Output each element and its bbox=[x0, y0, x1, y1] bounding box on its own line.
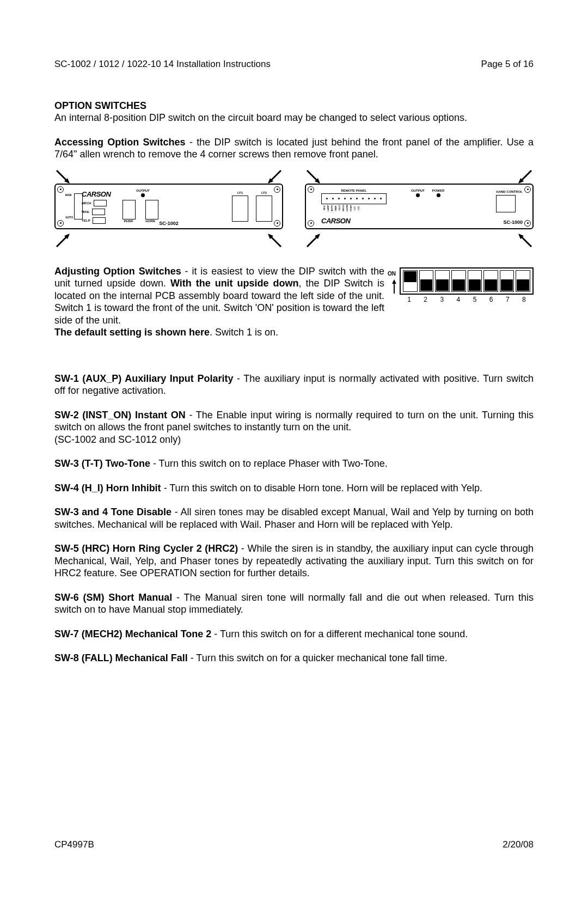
dip-numbers: 12345678 bbox=[400, 296, 534, 303]
adjust-bold2: With the unit upside down bbox=[170, 278, 299, 289]
label-horn: HORN bbox=[144, 219, 156, 223]
label-lt1: LT1 bbox=[232, 191, 248, 194]
pin-label: YELP bbox=[339, 205, 341, 211]
sw3-text: - Turn this switch on to replace Phaser … bbox=[150, 458, 388, 469]
sw4-label: SW-4 (H_I) Horn Inhibit bbox=[54, 483, 161, 493]
dip-slot bbox=[468, 270, 482, 292]
model-label: SC-1002 bbox=[159, 221, 179, 226]
default-label: The default setting is shown here bbox=[54, 327, 210, 338]
dip-slot bbox=[500, 270, 514, 292]
power-led bbox=[437, 193, 440, 197]
dip-number: 7 bbox=[500, 296, 515, 303]
sw3: SW-3 (T-T) Two-Tone - Turn this switch o… bbox=[54, 457, 534, 470]
sw5: SW-5 (HRC) Horn Ring Cycler 2 (HRC2) - W… bbox=[54, 542, 534, 579]
svg-marker-17 bbox=[392, 279, 396, 284]
label-hand-control: HAND CONTROL bbox=[496, 190, 523, 193]
panel-sc-1000: REMOTE PANEL NEGLAMPAUTOMANYELPMECHHORNP… bbox=[305, 184, 534, 229]
screw-icon bbox=[274, 186, 280, 193]
arrow-icon bbox=[54, 230, 73, 249]
label-phsr: PHSR bbox=[122, 219, 134, 223]
pin-label: LT1 bbox=[354, 205, 356, 211]
label-power: POWER bbox=[432, 189, 445, 192]
dip-slot bbox=[483, 270, 498, 292]
dip-slot bbox=[403, 270, 418, 292]
pin-label: AUTO bbox=[331, 205, 333, 211]
screw-icon bbox=[308, 220, 314, 227]
rocker bbox=[94, 200, 107, 206]
pin-labels: NEGLAMPAUTOMANYELPMECHHORNPHSRLT1LT2 bbox=[321, 205, 387, 211]
arrow-icon bbox=[265, 230, 283, 249]
dip-slot bbox=[451, 270, 466, 292]
sw7: SW-7 (MECH2) Mechanical Tone 2 - Turn th… bbox=[54, 628, 534, 640]
adjusting-text: Adjusting Option Switches - it is easies… bbox=[54, 265, 384, 339]
carson-logo: CARSON bbox=[321, 217, 350, 225]
sw8-label: SW-8 (FALL) Mechanical Fall bbox=[54, 652, 188, 663]
carson-logo: CARSON bbox=[82, 190, 111, 198]
dip-slot bbox=[516, 270, 530, 292]
output-led bbox=[416, 193, 420, 197]
screw-icon bbox=[524, 186, 531, 193]
dip-number: 8 bbox=[517, 296, 531, 303]
arrow-up-icon bbox=[390, 278, 399, 295]
pin-label: LT2 bbox=[358, 205, 360, 211]
dip-number: 2 bbox=[418, 296, 433, 303]
panel-sc-1002: MAN AUTO CARSON MECH WAIL YELP bbox=[54, 184, 283, 229]
pin-label: LAMP bbox=[327, 205, 329, 211]
pin-label: MAN bbox=[335, 205, 337, 211]
screw-icon bbox=[308, 186, 314, 193]
pin-label: NEG bbox=[323, 205, 326, 211]
default-rest: . Switch 1 is on. bbox=[210, 327, 278, 338]
arrow-icon bbox=[305, 230, 323, 249]
sw2-label: SW-2 (INST_ON) Instant ON bbox=[54, 410, 186, 420]
rocker bbox=[92, 209, 105, 215]
dip-diagram: ON 12345678 bbox=[400, 267, 534, 303]
dip-on-label: ON bbox=[388, 271, 396, 277]
dip-number: 1 bbox=[402, 296, 416, 303]
label-lt2: LT2 bbox=[256, 191, 272, 194]
label-wail: WAIL bbox=[82, 210, 90, 213]
sw34-label: SW-3 and 4 Tone Disable bbox=[54, 507, 171, 517]
intro-text: An internal 8-position DIP switch on the… bbox=[54, 112, 534, 124]
label-remote: REMOTE PANEL bbox=[321, 189, 387, 192]
label-man: MAN bbox=[65, 194, 73, 197]
sw6-label: SW-6 (SM) Short Manual bbox=[54, 592, 172, 603]
adjusting-row: Adjusting Option Switches - it is easies… bbox=[54, 265, 534, 339]
rocker-lt2 bbox=[256, 196, 272, 222]
screw-icon bbox=[524, 220, 531, 227]
footer-left: CP4997B bbox=[54, 839, 94, 850]
sw2-note: (SC-1002 and SC-1012 only) bbox=[54, 434, 181, 445]
sw4-text: - Turn this switch on to disable Horn to… bbox=[161, 483, 482, 493]
accessing-para: Accessing Option Switches - the DIP swit… bbox=[54, 136, 534, 161]
header-right: Page 5 of 16 bbox=[481, 59, 534, 70]
sw8-text: - Turn this switch on for a quicker mech… bbox=[188, 652, 448, 663]
label-output: OUTPUT bbox=[136, 189, 150, 192]
dip-number: 3 bbox=[434, 296, 449, 303]
rocker bbox=[93, 217, 106, 224]
section-title: OPTION SWITCHES bbox=[54, 100, 534, 112]
rocker-hand-control bbox=[496, 195, 516, 212]
rocker-horn bbox=[145, 200, 158, 219]
panel-sc-1002-wrap: MAN AUTO CARSON MECH WAIL YELP bbox=[54, 168, 283, 246]
sw5-label: SW-5 (HRC) Horn Ring Cycler 2 (HRC2) bbox=[54, 543, 238, 554]
page: SC-1002 / 1012 / 1022-10 14 Installation… bbox=[0, 0, 588, 909]
dip-number: 5 bbox=[468, 296, 482, 303]
pin-label: PHSR bbox=[350, 205, 352, 211]
pin-label: MECH bbox=[342, 205, 345, 211]
pin-label: HORN bbox=[346, 205, 348, 211]
label-output: OUTPUT bbox=[411, 189, 425, 192]
page-footer: CP4997B 2/20/08 bbox=[54, 839, 534, 850]
sw1: SW-1 (AUX_P) Auxiliary Input Polarity - … bbox=[54, 373, 534, 397]
model-label: SC-1000 bbox=[503, 219, 523, 225]
label-mech: MECH bbox=[82, 202, 91, 205]
dip-slot bbox=[435, 270, 450, 292]
panel-diagrams: MAN AUTO CARSON MECH WAIL YELP bbox=[54, 168, 534, 246]
sw8: SW-8 (FALL) Mechanical Fall - Turn this … bbox=[54, 652, 534, 664]
accessing-label: Accessing Option Switches bbox=[54, 137, 186, 148]
rocker-phsr bbox=[122, 200, 136, 219]
sw2: SW-2 (INST_ON) Instant ON - The Enable i… bbox=[54, 409, 534, 446]
page-header: SC-1002 / 1012 / 1022-10 14 Installation… bbox=[54, 59, 534, 70]
sw34: SW-3 and 4 Tone Disable - All siren tone… bbox=[54, 506, 534, 530]
screw-icon bbox=[57, 186, 64, 193]
adjust-label: Adjusting Option Switches bbox=[54, 266, 181, 277]
label-auto: AUTO bbox=[65, 216, 73, 219]
